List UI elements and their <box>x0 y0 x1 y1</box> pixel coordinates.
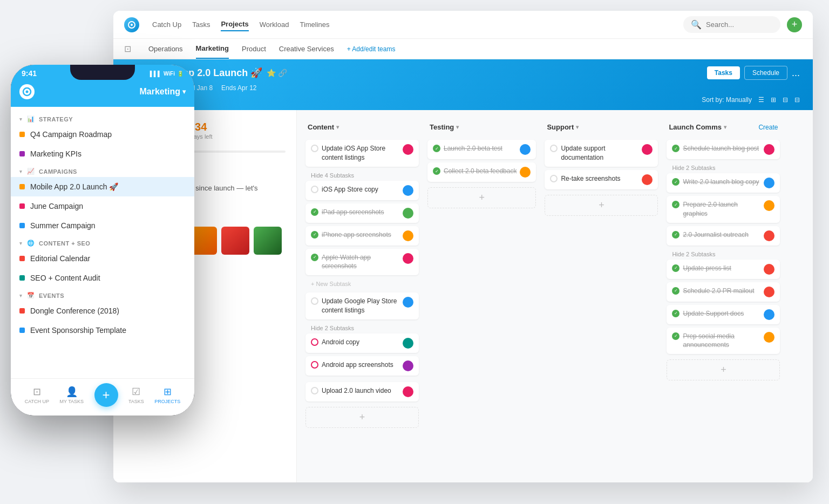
task-card[interactable]: Android copy <box>305 333 419 353</box>
task-card[interactable]: iPhone app screenshots <box>305 226 419 246</box>
fab-add-button[interactable]: + <box>94 383 118 407</box>
add-task-button[interactable]: + <box>667 359 780 380</box>
task-card[interactable]: iOS App Store copy <box>305 181 419 200</box>
chevron-down-icon[interactable]: ▾ <box>19 241 23 246</box>
task-card[interactable]: Prepare 2.0 launch graphics <box>667 196 780 223</box>
sidebar-item-june-campaign[interactable]: June Campaign <box>11 196 194 216</box>
task-card[interactable]: Launch 2.0 beta test <box>427 140 536 159</box>
task-card[interactable]: Android app screenshots <box>305 356 419 376</box>
team-product[interactable]: Product <box>242 39 266 59</box>
nav-workload[interactable]: Workload <box>260 18 289 31</box>
check-circle-done[interactable] <box>672 201 679 208</box>
chevron-down-icon[interactable]: ▾ <box>19 117 23 122</box>
check-circle-done[interactable] <box>311 208 318 216</box>
sidebar-item-q4-campaign[interactable]: Q4 Campaign Roadmap <box>11 125 194 144</box>
sidebar-item-editorial-calendar[interactable]: Editorial Calendar <box>11 249 194 268</box>
check-circle-done[interactable] <box>672 264 679 272</box>
task-card[interactable]: Update support documentation <box>545 140 658 167</box>
check-circle[interactable] <box>311 387 318 394</box>
more-button[interactable]: ... <box>792 67 800 79</box>
check-circle-done[interactable] <box>672 310 679 317</box>
sort-label[interactable]: Sort by: Manually <box>702 96 752 104</box>
sidebar-item-seo-content-audit[interactable]: SEO + Content Audit <box>11 268 194 288</box>
search-bar[interactable]: 🔍 <box>683 16 780 33</box>
check-circle[interactable] <box>311 361 318 369</box>
create-button[interactable]: Create <box>758 124 778 131</box>
new-subtask[interactable]: + New Subtask <box>305 278 419 289</box>
tasks-button[interactable]: Tasks <box>707 66 740 79</box>
task-card[interactable]: Write 2.0 launch blog copy <box>667 173 780 193</box>
check-circle[interactable] <box>311 186 318 193</box>
subtask-toggle[interactable]: Hide 2 Subtasks <box>667 162 780 173</box>
nav-tasks[interactable]: Tasks <box>192 18 210 31</box>
add-edit-teams[interactable]: + Add/edit teams <box>347 45 396 53</box>
task-card[interactable]: Update iOS App Store content listings <box>305 140 419 167</box>
check-circle-done[interactable] <box>672 287 679 295</box>
view-board-icon[interactable]: ⊟ <box>783 96 788 104</box>
task-card[interactable]: Schedule 2.0 PR mailout <box>667 282 780 302</box>
search-input[interactable] <box>706 21 773 29</box>
task-card[interactable]: Prep social media announcements <box>667 328 780 355</box>
team-marketing[interactable]: Marketing <box>196 39 229 59</box>
check-circle[interactable] <box>311 145 318 152</box>
team-creative[interactable]: Creative Services <box>279 39 334 59</box>
task-card[interactable]: Update press list <box>667 260 780 279</box>
task-card[interactable]: 2.0 Journalist outreach <box>667 226 780 246</box>
nav-projects[interactable]: Projects <box>221 18 248 31</box>
team-operations[interactable]: Operations <box>148 39 183 59</box>
task-card[interactable]: Apple Watch app screenshots <box>305 249 419 276</box>
nav-timelines[interactable]: Timelines <box>300 18 329 31</box>
schedule-button[interactable]: Schedule <box>744 66 787 80</box>
view-grid-icon[interactable]: ⊞ <box>771 96 776 104</box>
add-button[interactable]: + <box>787 17 802 32</box>
subtask-toggle[interactable]: Hide 4 Subtasks <box>305 170 419 181</box>
task-card[interactable]: Update Google Play Store content listing… <box>305 292 419 319</box>
bottom-nav-catch-up[interactable]: ⊡ CATCH UP <box>25 386 49 404</box>
chevron-down-icon[interactable]: ▾ <box>19 169 23 174</box>
subtask-toggle[interactable]: Hide 2 Subtasks <box>305 323 419 333</box>
subtask-toggle-2[interactable]: Hide 2 Subtasks <box>667 249 780 260</box>
phone-sidebar[interactable]: ▾ 📊 STRATEGY Q4 Campaign Roadmap Marketi… <box>11 107 194 378</box>
check-circle-done[interactable] <box>433 167 440 175</box>
bottom-nav-tasks[interactable]: ☑ TASKS <box>128 386 144 404</box>
chevron-down-icon[interactable]: ▾ <box>19 293 23 298</box>
check-circle[interactable] <box>311 297 318 305</box>
check-circle-done[interactable] <box>311 254 318 261</box>
sidebar-toggle[interactable]: ⊡ <box>124 44 131 54</box>
nav-catch-up[interactable]: Catch Up <box>152 18 181 31</box>
chevron-down-icon[interactable]: ▾ <box>336 124 339 130</box>
check-circle-done[interactable] <box>672 231 679 239</box>
check-circle-done[interactable] <box>672 178 679 186</box>
view-list-icon[interactable]: ☰ <box>758 96 764 104</box>
add-task-button[interactable]: + <box>545 195 658 216</box>
task-card[interactable]: Schedule launch blog post <box>667 140 780 159</box>
chevron-down-icon[interactable]: ▾ <box>724 124 726 130</box>
check-circle[interactable] <box>550 145 558 152</box>
task-card[interactable]: Collect 2.0 beta feedback <box>427 162 536 182</box>
attachment-thumb-5[interactable] <box>254 227 282 255</box>
check-circle-done[interactable] <box>672 332 679 340</box>
section-header-content-seo: ▾ 🌐 CONTENT + SEO <box>11 235 194 249</box>
sidebar-item-marketing-kpis[interactable]: Marketing KPIs <box>11 144 194 164</box>
check-circle[interactable] <box>550 175 558 182</box>
check-circle-done[interactable] <box>672 145 679 152</box>
check-circle-done[interactable] <box>311 231 318 239</box>
task-card[interactable]: iPad app screenshots <box>305 203 419 223</box>
chevron-down-icon[interactable]: ▾ <box>576 124 579 130</box>
attachment-thumb-4[interactable] <box>221 227 249 255</box>
check-circle-done[interactable] <box>433 145 440 152</box>
sidebar-item-mobile-app-launch[interactable]: Mobile App 2.0 Launch 🚀 <box>11 177 194 196</box>
task-card[interactable]: Re-take screenshots <box>545 170 658 189</box>
add-task-button[interactable]: + <box>427 187 536 208</box>
add-task-button[interactable]: + <box>305 407 419 428</box>
filter-icon[interactable]: ⊟ <box>794 96 800 104</box>
sidebar-item-dongle-conference[interactable]: Dongle Conference (2018) <box>11 301 194 321</box>
check-circle[interactable] <box>311 338 318 346</box>
task-card[interactable]: Update Support docs <box>667 305 780 324</box>
bottom-nav-projects[interactable]: ⊞ PROJECTS <box>154 386 180 404</box>
sidebar-item-event-sponsorship[interactable]: Event Sponsorship Template <box>11 321 194 340</box>
chevron-down-icon[interactable]: ▾ <box>456 124 459 130</box>
sidebar-item-summer-campaign[interactable]: Summer Campaign <box>11 216 194 235</box>
task-card[interactable]: Upload 2.0 launch video <box>305 382 419 401</box>
bottom-nav-my-tasks[interactable]: 👤 MY TASKS <box>60 386 84 404</box>
